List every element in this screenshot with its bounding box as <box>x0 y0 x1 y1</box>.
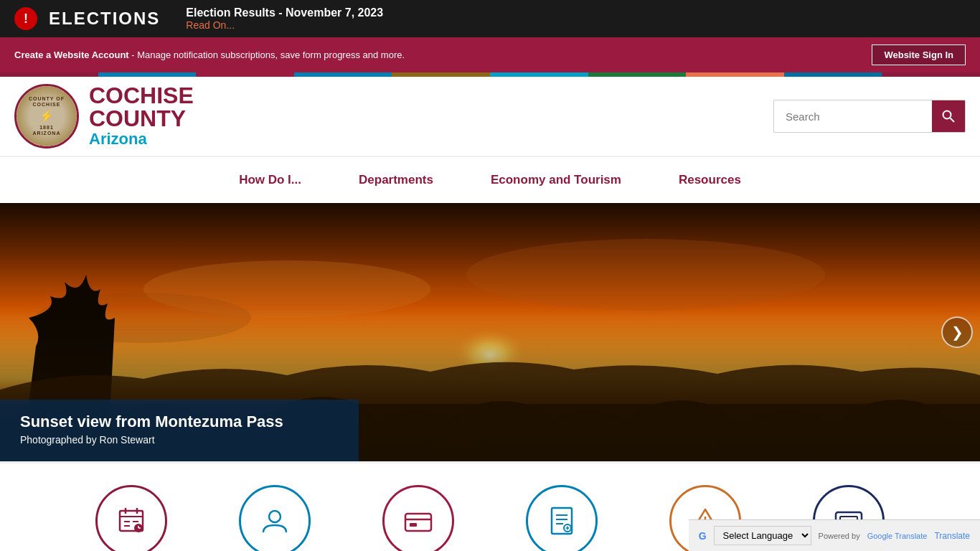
translate-bar: G Select Language Spanish French Powered… <box>689 519 980 551</box>
search-input[interactable] <box>774 103 932 130</box>
account-bar-text: Create a Website Account - Manage notifi… <box>14 50 405 60</box>
logo-county: COUNTY <box>89 107 194 130</box>
quick-link-agendas[interactable]: Agendas & Minutes <box>60 485 203 551</box>
google-translate-label: Google Translate <box>867 532 928 540</box>
nav-item-departments[interactable]: Departments <box>330 157 462 203</box>
search-icon <box>941 109 956 123</box>
hero-title: Sunset view from Montezuma Pass <box>20 413 339 431</box>
powered-by-label: Powered by <box>819 532 860 540</box>
alert-icon: ! <box>14 7 37 30</box>
svg-line-1 <box>951 118 955 123</box>
header: COUNTY OF COCHISE ⚡ 1881 ARIZONA COCHISE… <box>0 77 980 156</box>
hero-subtitle: Photographed by Ron Stewart <box>20 434 339 446</box>
quick-link-permits[interactable]: Permits <box>490 485 633 551</box>
read-on-link[interactable]: Read On... <box>186 19 383 31</box>
pay-online-icon <box>382 485 454 551</box>
main-nav: How Do I... Departments Economy and Tour… <box>0 156 980 203</box>
logo-text: COCHISE COUNTY Arizona <box>89 84 194 149</box>
search-button[interactable] <box>932 100 965 132</box>
translate-text[interactable]: Translate <box>934 531 970 541</box>
quick-link-pay-online[interactable]: Pay Online <box>347 485 490 551</box>
create-account-link[interactable]: Create a Website Account <box>14 50 129 60</box>
permits-icon <box>526 485 598 551</box>
svg-point-5 <box>466 239 825 311</box>
alert-title: ELECTIONS <box>49 9 160 29</box>
hero-next-button[interactable]: ❯ <box>941 316 973 348</box>
nav-item-economy-tourism[interactable]: Economy and Tourism <box>462 157 650 203</box>
svg-rect-38 <box>410 523 417 527</box>
google-translate-icon: G <box>699 530 707 542</box>
logo-area: COUNTY OF COCHISE ⚡ 1881 ARIZONA COCHISE… <box>14 84 194 149</box>
language-select[interactable]: Select Language Spanish French <box>714 526 811 545</box>
logo-arizona: Arizona <box>89 130 194 149</box>
alert-headline: Election Results - November 7, 2023 <box>186 6 383 19</box>
nav-item-how-do-i[interactable]: How Do I... <box>210 157 330 203</box>
color-bar <box>0 72 980 77</box>
svg-rect-36 <box>405 514 431 531</box>
logo-cochise: COCHISE <box>89 84 194 107</box>
hero-banner: Sunset view from Montezuma Pass Photogra… <box>0 203 980 461</box>
hero-caption: Sunset view from Montezuma Pass Photogra… <box>0 400 359 461</box>
sign-in-button[interactable]: Website Sign In <box>872 44 966 65</box>
svg-point-35 <box>269 511 281 522</box>
svg-rect-39 <box>552 508 572 534</box>
nav-item-resources[interactable]: Resources <box>650 157 770 203</box>
quick-link-employment[interactable]: Employment <box>203 485 347 551</box>
employment-icon <box>239 485 311 551</box>
alert-content: Election Results - November 7, 2023 Read… <box>186 6 383 31</box>
search-area <box>773 100 966 133</box>
alert-bar: ! ELECTIONS Election Results - November … <box>0 0 980 37</box>
account-bar: Create a Website Account - Manage notifi… <box>0 37 980 72</box>
svg-point-0 <box>943 111 951 119</box>
agendas-icon <box>95 485 167 551</box>
logo-seal: COUNTY OF COCHISE ⚡ 1881 ARIZONA <box>17 86 77 146</box>
logo-circle: COUNTY OF COCHISE ⚡ 1881 ARIZONA <box>14 84 79 149</box>
